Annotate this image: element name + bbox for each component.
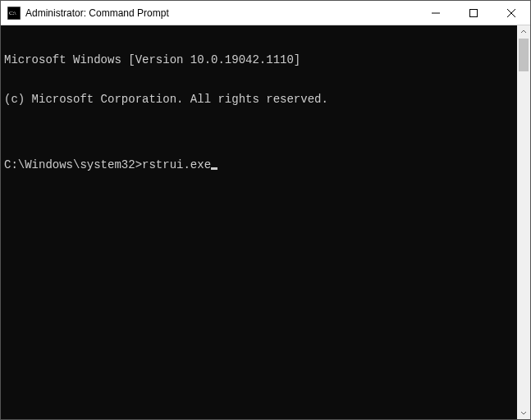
minimize-button[interactable] — [417, 1, 455, 25]
window-controls — [417, 1, 530, 25]
vertical-scrollbar[interactable] — [517, 25, 530, 419]
text-cursor — [211, 167, 217, 170]
copyright-line: (c) Microsoft Corporation. All rights re… — [4, 93, 514, 106]
cmd-window: C:\ Administrator: Command Prompt — [0, 0, 531, 420]
minimize-icon — [432, 9, 440, 17]
svg-text:C:\: C:\ — [9, 10, 16, 16]
typed-command: rstrui.exe — [142, 158, 211, 171]
prompt-line: C:\Windows\system32>rstrui.exe — [4, 158, 514, 171]
terminal-output[interactable]: Microsoft Windows [Version 10.0.19042.11… — [1, 25, 517, 419]
titlebar[interactable]: C:\ Administrator: Command Prompt — [1, 1, 530, 25]
scroll-track[interactable] — [517, 39, 530, 406]
version-line: Microsoft Windows [Version 10.0.19042.11… — [4, 53, 514, 66]
scroll-up-button[interactable] — [517, 25, 530, 39]
prompt-path: C:\Windows\system32> — [4, 158, 142, 171]
maximize-button[interactable] — [455, 1, 492, 25]
maximize-icon — [469, 9, 478, 17]
close-icon — [507, 9, 515, 17]
cmd-icon: C:\ — [7, 7, 21, 20]
scroll-down-button[interactable] — [517, 406, 530, 419]
chevron-down-icon — [520, 409, 527, 416]
close-button[interactable] — [492, 1, 530, 25]
client-area: Microsoft Windows [Version 10.0.19042.11… — [1, 25, 530, 419]
window-title: Administrator: Command Prompt — [25, 1, 417, 25]
chevron-up-icon — [520, 29, 527, 35]
scroll-thumb[interactable] — [519, 39, 529, 71]
svg-rect-3 — [470, 10, 478, 17]
